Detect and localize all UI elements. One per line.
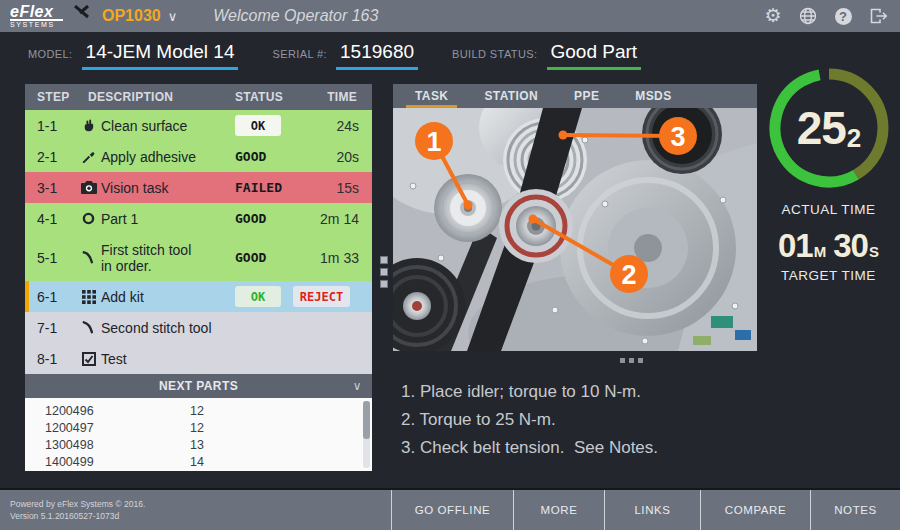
- instruction-line: 1. Place idler; torque to 10 N-m.: [401, 378, 658, 406]
- station-selector[interactable]: OP1030 ∨: [102, 7, 177, 25]
- go-offline-button[interactable]: GO OFFLINE: [391, 490, 513, 530]
- tool-icon: [76, 250, 101, 265]
- next-parts-list: 120049612120049712130049813140049914: [25, 398, 372, 471]
- image-carousel-dots[interactable]: [620, 358, 643, 363]
- tab-task[interactable]: TASK: [403, 84, 460, 108]
- ok-button[interactable]: OK: [235, 286, 281, 307]
- part-number: 1200497: [25, 421, 190, 435]
- table-row-step-4-1[interactable]: 4-1Part 1GOOD2m 14: [25, 203, 372, 234]
- part-icon: [76, 212, 101, 225]
- step-description: Test: [101, 351, 235, 367]
- instruction-line: 2. Torque to 25 N-m.: [401, 406, 658, 434]
- reject-button[interactable]: REJECT: [293, 286, 350, 307]
- part-number: 1200496: [25, 404, 190, 418]
- table-row-step-3-1[interactable]: 3-1Vision taskFAILED15s: [25, 172, 372, 203]
- footer-bar: Powered by eFlex Systems © 2016. Version…: [0, 488, 900, 530]
- marker-1[interactable]: 1: [415, 122, 453, 160]
- column-header-status: STATUS: [235, 90, 313, 104]
- station-label: OP1030: [102, 7, 161, 25]
- step-status: OKREJECT: [235, 286, 313, 307]
- step-number: 4-1: [25, 211, 76, 227]
- step-status: OK: [235, 115, 313, 136]
- tab-station[interactable]: STATION: [472, 84, 550, 108]
- step-description: Clean surface: [101, 118, 235, 134]
- marker-2[interactable]: 2: [610, 255, 648, 293]
- step-status: GOOD: [235, 149, 313, 164]
- column-header-step: STEP: [25, 90, 88, 104]
- notes-button[interactable]: NOTES: [810, 490, 900, 530]
- camera-icon: [76, 181, 101, 194]
- tool-icon: [76, 320, 101, 335]
- part-quantity: 12: [190, 421, 204, 435]
- table-row-step-1-1[interactable]: 1-1Clean surfaceOK24s: [25, 110, 372, 141]
- marker-3[interactable]: 3: [659, 117, 697, 155]
- tab-ppe[interactable]: PPE: [562, 84, 611, 108]
- build-status-value: Good Part: [547, 41, 642, 70]
- table-row-step-7-1[interactable]: 7-1Second stitch tool: [25, 312, 372, 343]
- part-quantity: 14: [190, 455, 204, 469]
- svg-text:2: 2: [621, 260, 636, 290]
- step-status: GOOD: [235, 211, 313, 226]
- kit-icon: [76, 290, 101, 304]
- step-time: 2m 14: [313, 211, 372, 227]
- target-time-value: 01M30S: [757, 227, 900, 265]
- parts-scrollbar-thumb[interactable]: [363, 401, 370, 439]
- table-row-step-8-1[interactable]: 8-1Test: [25, 343, 372, 374]
- steps-panel: STEP DESCRIPTION STATUS TIME 1-1Clean su…: [25, 84, 372, 471]
- chevron-down-icon: ∨: [168, 9, 178, 24]
- next-parts-header[interactable]: NEXT PARTS ∨: [25, 374, 372, 398]
- step-description: Apply adhesive: [101, 149, 235, 165]
- panel-drag-handle[interactable]: [380, 256, 388, 288]
- chevron-down-icon: ∨: [353, 379, 362, 393]
- engine-photo: 1 2 3: [393, 108, 757, 351]
- part-row: 120049612: [25, 402, 372, 419]
- svg-text:1: 1: [426, 127, 441, 157]
- table-row-step-2-1[interactable]: 2-1Apply adhesiveGOOD20s: [25, 141, 372, 172]
- gear-icon[interactable]: ⚙: [763, 6, 783, 26]
- status-text: GOOD: [235, 149, 266, 164]
- ok-button[interactable]: OK: [235, 115, 281, 136]
- model-group: MODEL: 14-JEM Model 14: [28, 41, 238, 70]
- step-description: Vision task: [101, 180, 235, 196]
- task-tabs: TASKSTATIONPPEMSDS: [393, 84, 757, 108]
- step-description: First stitch toolin order.: [101, 242, 235, 274]
- table-row-step-6-1[interactable]: 6-1Add kitOKREJECT: [25, 281, 372, 312]
- step-time: 1m 33: [313, 250, 372, 266]
- links-button[interactable]: LINKS: [604, 490, 700, 530]
- part-row: 140049914: [25, 453, 372, 470]
- compare-button[interactable]: COMPARE: [700, 490, 810, 530]
- logo-text: eFlex: [10, 5, 63, 21]
- step-time: 24s: [313, 118, 372, 134]
- step-description: Part 1: [101, 211, 235, 227]
- svg-text:3: 3: [670, 122, 685, 152]
- table-row-step-5-1[interactable]: 5-1First stitch toolin order.GOOD1m 33: [25, 234, 372, 281]
- step-time: 15s: [313, 180, 372, 196]
- globe-icon[interactable]: [798, 6, 818, 26]
- part-quantity: 12: [190, 404, 204, 418]
- hand-icon: [76, 118, 101, 133]
- tab-msds[interactable]: MSDS: [623, 84, 683, 108]
- part-row: 130049813: [25, 436, 372, 453]
- operator-screen: eFlex SYSTEMS OP1030 ∨ Welcome Operator …: [0, 0, 900, 530]
- step-description: Second stitch tool: [101, 320, 235, 336]
- help-icon[interactable]: ?: [833, 6, 853, 26]
- actual-time-value: 252: [767, 66, 891, 190]
- more-button[interactable]: MORE: [513, 490, 604, 530]
- part-quantity: 13: [190, 438, 204, 452]
- actual-time-ring: 252: [767, 66, 891, 190]
- powered-by-text: Powered by eFlex Systems © 2016.: [10, 498, 145, 510]
- build-status-group: BUILD STATUS: Good Part: [452, 41, 641, 70]
- steps-table-header: STEP DESCRIPTION STATUS TIME: [25, 84, 372, 110]
- model-value[interactable]: 14-JEM Model 14: [82, 41, 239, 70]
- top-bar: eFlex SYSTEMS OP1030 ∨ Welcome Operator …: [0, 0, 900, 32]
- step-number: 2-1: [25, 149, 76, 165]
- column-header-description: DESCRIPTION: [88, 90, 235, 104]
- serial-value[interactable]: 1519680: [336, 41, 418, 70]
- logout-icon[interactable]: [868, 6, 888, 26]
- step-number: 7-1: [25, 320, 76, 336]
- step-number: 6-1: [25, 289, 76, 305]
- logo-subtext: SYSTEMS: [10, 21, 88, 29]
- top-icon-group: ⚙ ?: [763, 6, 888, 26]
- instruction-line: 3. Check belt tension. See Notes.: [401, 434, 658, 462]
- serial-label: SERIAL #:: [272, 48, 327, 60]
